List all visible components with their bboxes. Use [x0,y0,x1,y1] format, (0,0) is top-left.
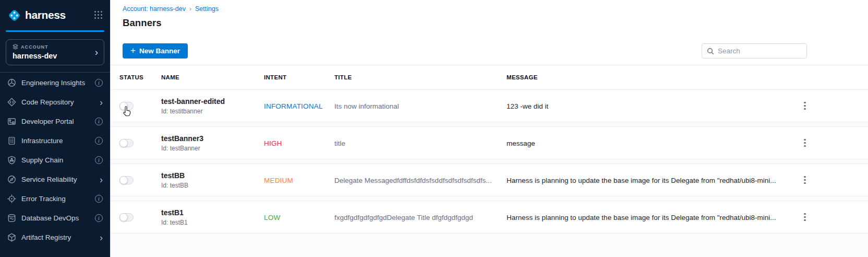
sidebar-item-label: Developer Portal [21,118,74,125]
breadcrumb-separator-icon: › [189,5,191,13]
banner-id: Id: testBB [161,182,264,189]
table-row: test-banner-edited Id: testitbanner INFO… [111,89,868,122]
banner-status-toggle[interactable] [119,213,134,221]
sidebar-item-artifact-registry[interactable]: Artifact Registry › [0,228,110,247]
table-row: testB1 Id: testB1 LOW fxgdfgdfgdfgdfgdDe… [111,201,868,233]
chevron-right-icon: › [95,47,98,57]
search-input[interactable] [718,47,802,55]
database-devops-icon [7,214,16,223]
sidebar-item-engineering-insights[interactable]: Engineering Insights i [0,73,110,92]
breadcrumb-account-link[interactable]: Account: harness-dev [123,5,186,13]
info-icon[interactable]: i [95,79,103,87]
toggle-knob [119,102,128,110]
table-row: testBanner3 Id: testBanner HIGH title me… [111,126,868,159]
brand-name: harness [25,9,66,21]
banner-status-toggle[interactable] [119,176,134,184]
sidebar-item-supply-chain[interactable]: Supply Chain i [0,150,110,170]
intent-badge: LOW [264,214,280,221]
engineering-insights-icon [7,78,16,87]
banner-title: fxgdfgdfgdfgdfgdDelegate Title dfgfdgdfg… [334,214,473,221]
toggle-knob [119,139,128,147]
row-menu-icon[interactable] [801,136,809,150]
info-icon[interactable]: i [95,118,103,125]
page-title: Banners [123,17,162,29]
account-label: ACCOUNT [21,44,49,50]
banner-id: Id: testB1 [161,219,264,226]
breadcrumb: Account: harness-dev › Settings [123,5,219,13]
sidebar-item-label: Infrastructure [21,137,63,145]
sidebar-item-label: Code Repository [21,98,74,106]
sidebar-item-developer-portal[interactable]: Developer Portal i [0,112,110,131]
chevron-right-icon[interactable]: › [100,175,103,184]
intent-badge: INFORMATIONAL [264,102,323,110]
header-title: TITLE [334,74,507,80]
sidebar-item-label: Database DevOps [21,214,79,222]
sidebar: harness ACCOUNT harness-dev › Engineerin… [0,0,110,257]
layers-icon [13,44,18,50]
intent-badge: MEDIUM [264,177,293,184]
breadcrumb-settings-link[interactable]: Settings [195,5,219,13]
sidebar-item-label: Engineering Insights [21,79,85,87]
banner-name: testBB [161,171,264,180]
banner-title: Delegate Messagedfdffdsfdfdsfsddfsdfsdfs… [334,177,491,184]
search-icon [707,48,714,55]
brand-underline [6,30,104,32]
banner-message: Harness is planning to update the base i… [507,214,776,221]
chevron-right-icon[interactable]: › [100,98,103,107]
table-header-row: STATUS NAME INTENT TITLE MESSAGE [111,65,868,89]
sidebar-item-service-reliability[interactable]: Service Reliability › [0,170,110,189]
row-menu-icon[interactable] [801,210,809,225]
artifact-registry-icon [7,233,16,242]
code-repository-icon [7,98,16,107]
new-banner-button[interactable]: + New Banner [123,43,188,59]
app-grid-icon[interactable] [94,11,103,19]
info-icon[interactable]: i [95,195,103,203]
banners-table: STATUS NAME INTENT TITLE MESSAGE test-ba… [111,65,868,257]
header-status: STATUS [119,74,161,80]
sidebar-item-label: Service Reliability [21,176,77,183]
table-body: test-banner-edited Id: testitbanner INFO… [111,89,868,257]
banner-name: testB1 [161,208,264,217]
sidebar-nav: Engineering Insights i Code Repository ›… [0,73,110,247]
banner-title: title [334,139,345,147]
banner-name: test-banner-edited [161,97,264,106]
sidebar-item-label: Supply Chain [21,156,63,164]
supply-chain-icon [7,156,16,165]
harness-logo-icon [7,8,21,22]
info-icon[interactable]: i [95,156,103,164]
row-menu-icon[interactable] [801,99,809,113]
toggle-knob [119,213,128,221]
info-icon[interactable]: i [95,137,103,145]
developer-portal-icon [7,117,16,126]
info-icon[interactable]: i [95,214,103,222]
banner-message: 123 -we did it [507,102,548,110]
service-reliability-icon [7,175,16,184]
sidebar-item-label: Error Tracking [21,195,66,203]
logo-row: harness [0,0,110,30]
banner-title: Its now informational [334,102,399,110]
sidebar-item-error-tracking[interactable]: Error Tracking i [0,189,110,208]
banner-name: testBanner3 [161,134,264,143]
banner-status-toggle[interactable] [119,102,134,110]
account-name: harness-dev [13,52,98,60]
plus-icon: + [130,45,136,56]
intent-badge: HIGH [264,139,282,147]
chevron-right-icon[interactable]: › [100,233,103,242]
sidebar-item-code-repository[interactable]: Code Repository › [0,92,110,112]
account-selector[interactable]: ACCOUNT harness-dev › [6,39,104,65]
infrastructure-icon [7,136,16,145]
banner-status-toggle[interactable] [119,139,134,147]
sidebar-item-database-devops[interactable]: Database DevOps i [0,208,110,228]
search-box[interactable] [702,43,807,59]
row-menu-icon[interactable] [801,173,809,188]
banner-id: Id: testBanner [161,145,264,152]
banner-message: message [507,139,535,147]
header-intent: INTENT [264,74,334,80]
error-tracking-icon [7,194,16,203]
banner-message: Harness is planning to update the base i… [507,177,776,184]
table-row: testBB Id: testBB MEDIUM Delegate Messag… [111,163,868,196]
main-content: Account: harness-dev › Settings Banners … [110,0,868,257]
new-banner-button-label: New Banner [139,47,180,55]
sidebar-item-infrastructure[interactable]: Infrastructure i [0,131,110,150]
header-message: MESSAGE [507,74,792,80]
